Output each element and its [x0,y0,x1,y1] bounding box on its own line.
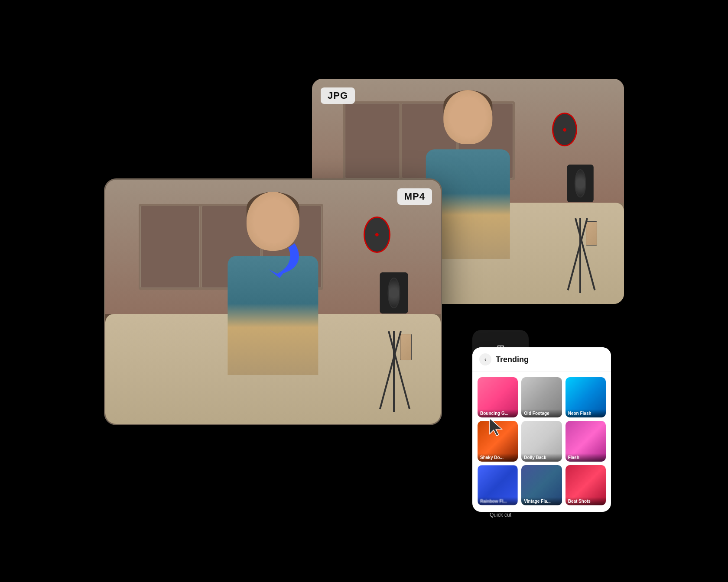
trending-back-button[interactable]: ‹ [479,353,491,365]
trending-item-bg-neon-flash: Neon Flash [566,377,606,417]
jpg-badge: JPG [321,87,355,104]
trending-item-bg-shaky: Shaky Do... [478,421,518,461]
trending-item-bg-rainbow: Rainbow Fl... [478,465,518,505]
trending-item-label-vintage: Vintage Fla... [521,497,562,505]
trending-item-dolly-back[interactable]: Dolly Back [521,421,562,461]
trending-item-rainbow[interactable]: Rainbow Fl... [478,465,518,505]
camera-screen-jpg [586,221,597,246]
trending-item-bg-dolly-back: Dolly Back [521,421,562,461]
trending-item-vintage[interactable]: Vintage Fla... [521,465,562,505]
tripod-leg-2-jpg [579,218,581,293]
trending-item-bg-vintage: Vintage Fla... [521,465,562,505]
tripod-leg-2-mp4 [393,331,395,412]
trending-item-beat-shots[interactable]: Beat Shots [566,465,606,505]
red-fan-mp4: ● [364,217,390,253]
trending-item-label-flash: Flash [566,453,606,462]
mp4-card: MP4 ● [104,178,442,425]
trending-item-flash[interactable]: Flash [566,421,606,461]
camera-lens-mp4 [387,278,400,308]
camera-lens-jpg [575,169,586,198]
quick-cut-label: Quick cut [490,512,511,518]
trending-item-label-bouncing: Bouncing G... [478,409,518,417]
scene-container: JPG ● [104,53,624,529]
trending-title: Trending [496,355,529,364]
mp4-video-bg: ● [105,180,441,424]
trending-item-bouncing[interactable]: Bouncing G... [478,377,518,417]
trending-item-label-rainbow: Rainbow Fl... [478,497,518,505]
camera-screen-mp4 [400,334,412,360]
trending-panel: ‹ Trending Bouncing G...Old FootageNeon … [472,347,611,512]
cabinet-door-mp4-1 [140,206,200,288]
trending-item-shaky[interactable]: Shaky Do... [478,421,518,461]
trending-item-bg-bouncing: Bouncing G... [478,377,518,417]
trending-item-label-neon-flash: Neon Flash [566,409,606,417]
red-fan-jpg: ● [552,113,577,146]
trending-item-bg-flash: Flash [566,421,606,461]
person-head-jpg [443,90,492,144]
trending-item-label-dolly-back: Dolly Back [521,453,562,462]
trending-item-label-shaky: Shaky Do... [478,453,518,462]
trending-grid: Bouncing G...Old FootageNeon FlashShaky … [472,372,611,511]
camera-jpg [562,158,599,293]
trending-item-bg-beat-shots: Beat Shots [566,465,606,505]
camera-mp4 [374,265,414,411]
trending-item-old-footage[interactable]: Old Footage [521,377,562,417]
camera-body-jpg [567,165,593,202]
trending-item-label-old-footage: Old Footage [521,409,562,417]
trending-item-neon-flash[interactable]: Neon Flash [566,377,606,417]
blue-arrow [264,239,308,291]
cabinet-door-1 [345,103,400,178]
trending-item-bg-old-footage: Old Footage [521,377,562,417]
trending-header: ‹ Trending [472,347,611,372]
mp4-badge: MP4 [397,188,432,205]
trending-item-label-beat-shots: Beat Shots [566,497,606,505]
camera-body-mp4 [380,272,408,314]
